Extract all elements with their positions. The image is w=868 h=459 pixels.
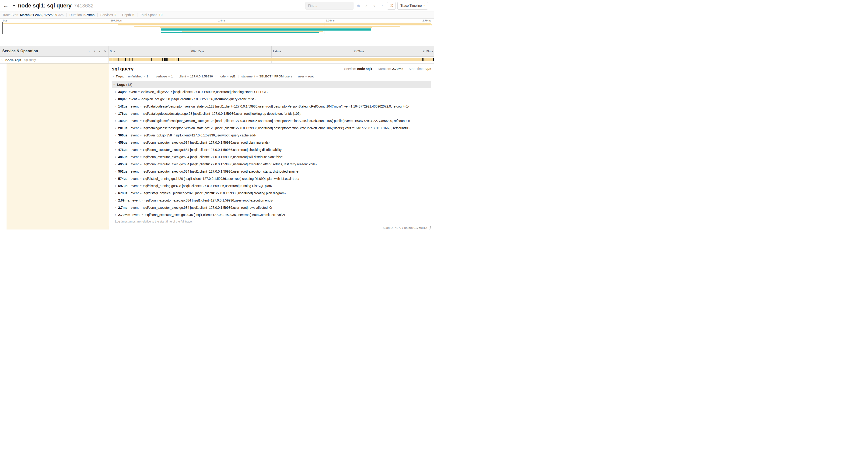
log-row[interactable]: ›459μs:event=‹sql/conn_executor_exec.go:… (112, 139, 431, 146)
log-field-name: event (131, 170, 138, 173)
chevron-right-icon[interactable]: › (115, 170, 116, 173)
log-field-name: event (131, 119, 138, 123)
trace-view-selector-button[interactable]: Trace Timeline › (397, 2, 428, 9)
log-tick (166, 58, 167, 61)
find-input[interactable] (305, 2, 353, 9)
chevron-right-icon[interactable]: › (115, 177, 116, 180)
keyboard-shortcuts-button[interactable]: ⌘ (387, 2, 396, 9)
log-row[interactable]: ›2.69ms:event=‹sql/conn_executor_exec.go… (112, 197, 431, 204)
log-row[interactable]: ›176μs:event=‹sql/catalog/descs/descript… (112, 110, 431, 117)
expand-all-icon[interactable]: ›› (104, 49, 105, 53)
expand-one-icon[interactable]: › (94, 49, 95, 53)
chevron-right-icon[interactable]: › (115, 148, 116, 151)
back-button[interactable]: ← (0, 0, 11, 11)
minimap-canvas[interactable] (2, 22, 432, 34)
log-timestamp: 597μs: (118, 184, 128, 188)
collapse-all-icon[interactable]: ›› (98, 51, 101, 52)
chevron-right-icon[interactable]: › (115, 126, 116, 129)
span-bar[interactable] (109, 58, 434, 61)
collapse-span-children-icon[interactable]: › (1, 60, 4, 61)
log-timestamp: 2.69ms: (118, 198, 130, 202)
log-tick (433, 58, 434, 61)
tag-key: statement (241, 75, 255, 78)
trace-title: node sql1: sql query 7418682 (18, 2, 94, 9)
chevron-right-icon[interactable]: › (115, 141, 116, 144)
tags-label: Tags: (116, 75, 124, 78)
chevron-right-icon[interactable]: › (115, 119, 116, 122)
gridline (110, 22, 110, 34)
log-equals: = (140, 148, 142, 151)
log-row[interactable]: ›2.79ms:event=‹sql/conn_executor_exec.go… (112, 211, 431, 218)
chevron-right-icon[interactable]: › (115, 112, 116, 115)
minimap-left-handle[interactable] (2, 22, 3, 34)
summary-divider (119, 13, 119, 17)
clear-search-icon[interactable]: × (379, 3, 385, 9)
chevron-right-icon[interactable]: › (115, 97, 116, 101)
tag-key: _unfinished (126, 75, 142, 78)
log-value: ‹sql/conn_executor_exec.go:2046 [nsql1,c… (145, 213, 285, 217)
collapse-one-icon[interactable]: › (88, 51, 91, 52)
log-row[interactable]: ›142μs:event=‹sql/catalog/lease/descript… (112, 103, 431, 110)
log-tick (125, 58, 126, 61)
log-tick (164, 58, 165, 61)
log-row[interactable]: ›495μs:event=‹sql/conn_executor_exec.go:… (112, 160, 431, 168)
log-field-name: event (131, 177, 138, 181)
log-row[interactable]: ›366μs:event=‹sql/plan_opt.go:358 [nsql1… (112, 132, 431, 139)
log-row[interactable]: ›502μs:event=‹sql/conn_executor_exec.go:… (112, 168, 431, 175)
log-value: ‹sql/conn_executor_exec.go:684 [nsql1,cl… (143, 141, 270, 144)
prev-result-icon[interactable]: ∧ (363, 3, 369, 9)
log-value: ‹sql/distsql_physical_planner.go:828 [ns… (143, 191, 286, 195)
span-operation-name: sql query (24, 58, 36, 62)
tag-equals: = (168, 75, 170, 78)
log-value: ‹sql/catalog/lease/descriptor_version_st… (143, 126, 409, 130)
top-bar: ← › node sql1: sql query 7418682 ⊕ ∧ ∨ ×… (0, 0, 434, 11)
logs-header[interactable]: › Logs (18) (112, 81, 431, 88)
span-row-name[interactable]: › node sql1 sql query (0, 57, 109, 63)
log-row[interactable]: ›597μs:event=‹sql/distsql_running.go:498… (112, 182, 431, 189)
chevron-right-icon[interactable]: › (115, 90, 116, 93)
summary-suffix: .326 (57, 13, 63, 17)
chevron-right-icon[interactable]: › (115, 155, 116, 158)
next-result-icon[interactable]: ∨ (371, 3, 377, 9)
link-icon[interactable] (428, 226, 432, 230)
log-row[interactable]: ›201μs:event=‹sql/catalog/lease/descript… (112, 124, 431, 132)
chevron-right-icon[interactable]: › (115, 213, 116, 216)
chevron-right-icon[interactable]: › (115, 105, 116, 108)
chevron-right-icon[interactable]: › (115, 199, 116, 202)
chevron-right-icon[interactable]: › (115, 184, 116, 187)
log-row[interactable]: ›574μs:event=‹sql/distsql_running.go:142… (112, 175, 431, 182)
log-row[interactable]: ›34μs:event=‹sql/exec_util.go:2297 [nsql… (112, 88, 431, 95)
tag-value: 1 (147, 75, 148, 78)
chevron-right-icon[interactable]: › (115, 163, 116, 166)
tag-item: node=sql1 (219, 75, 236, 78)
focus-match-icon[interactable]: ⊕ (355, 3, 362, 9)
log-timestamp: 574μs: (118, 177, 128, 181)
log-row[interactable]: ›189μs:event=‹sql/catalog/lease/descript… (112, 117, 431, 124)
log-equals: = (140, 162, 142, 166)
log-equals: = (140, 191, 142, 195)
span-row-timeline[interactable] (109, 57, 434, 63)
log-row[interactable]: ›678μs:event=‹sql/distsql_physical_plann… (112, 189, 431, 197)
log-field-name: event (131, 162, 138, 166)
log-row[interactable]: ›2.7ms:event=‹sql/conn_executor_exec.go:… (112, 204, 431, 211)
log-equals: = (140, 155, 142, 159)
log-tick (165, 58, 166, 61)
log-value: ‹sql/catalog/descs/descriptor.go:98 [nsq… (143, 112, 302, 116)
minimap-span (161, 32, 319, 33)
span-row[interactable]: › node sql1 sql query (0, 57, 434, 63)
chevron-right-icon[interactable]: › (115, 192, 116, 195)
log-row[interactable]: ›80μs:event=‹sql/plan_opt.go:358 [nsql1,… (112, 95, 431, 103)
tags-row[interactable]: › Tags: _unfinished=1_verbose=1client=12… (112, 73, 431, 79)
tag-divider (151, 75, 151, 78)
tag-divider (216, 75, 216, 78)
tag-value: root (308, 75, 314, 78)
time-label: 2.79ms (422, 19, 431, 22)
chevron-right-icon[interactable]: › (115, 206, 116, 209)
log-tick (162, 58, 163, 61)
logs-label: Logs (117, 83, 125, 87)
log-row[interactable]: ›476μs:event=‹sql/conn_executor_exec.go:… (112, 146, 431, 153)
summary-value: 2 (115, 13, 117, 17)
log-row[interactable]: ›486μs:event=‹sql/conn_executor_exec.go:… (112, 153, 431, 160)
chevron-right-icon[interactable]: › (115, 134, 116, 137)
collapse-trace-chevron-icon[interactable]: › (11, 5, 17, 6)
